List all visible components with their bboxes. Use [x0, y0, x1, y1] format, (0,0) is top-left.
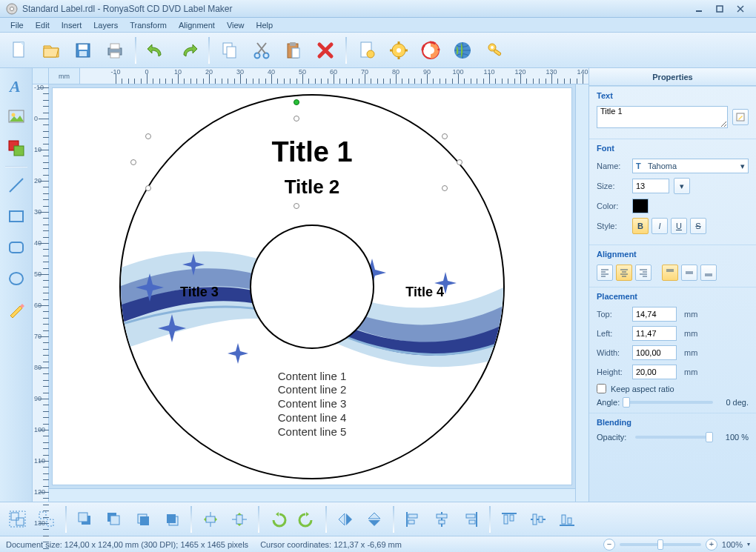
edit-text-button[interactable]	[732, 109, 749, 125]
svg-rect-36	[494, 49, 501, 56]
menu-help[interactable]: Help	[251, 19, 279, 31]
send-back-button[interactable]	[101, 506, 127, 533]
center-h-button[interactable]	[197, 506, 224, 533]
section-blending-header: Blending	[589, 413, 756, 430]
left-input[interactable]	[632, 326, 677, 341]
align-left-button[interactable]	[597, 265, 613, 281]
text-value-input[interactable]: Title 1	[597, 106, 728, 128]
italic-button[interactable]: I	[651, 218, 668, 234]
scrollbar-vertical[interactable]	[575, 84, 588, 502]
disc-title-3[interactable]: Title 3	[180, 285, 219, 300]
align-center-button[interactable]	[616, 265, 632, 281]
menu-transform[interactable]: Transform	[124, 19, 173, 31]
scrollbar-horizontal[interactable]	[49, 488, 575, 502]
paste-button[interactable]	[279, 36, 308, 65]
line-tool[interactable]	[3, 172, 30, 199]
opacity-slider[interactable]	[635, 436, 713, 439]
font-size-input[interactable]	[632, 179, 669, 193]
svg-rect-67	[16, 518, 24, 525]
image-tool[interactable]	[3, 104, 30, 130]
help-button[interactable]	[416, 36, 445, 65]
strikethrough-button[interactable]: S	[690, 218, 706, 234]
svg-rect-97	[539, 516, 543, 522]
center-v-button[interactable]	[226, 506, 253, 533]
align-right-button[interactable]	[635, 265, 651, 281]
print-button[interactable]	[100, 36, 130, 65]
copy-button[interactable]	[215, 36, 245, 65]
send-backward-button[interactable]	[159, 506, 185, 533]
open-button[interactable]	[36, 36, 66, 65]
main-toolbar	[0, 33, 756, 68]
new-button[interactable]	[4, 36, 34, 65]
valign-bottom-button[interactable]	[700, 265, 717, 281]
ellipse-tool[interactable]	[3, 265, 30, 292]
keep-aspect-checkbox[interactable]	[597, 384, 606, 393]
minimize-button[interactable]	[689, 3, 709, 15]
svg-rect-15	[227, 47, 236, 58]
font-name-select[interactable]: TTahoma▾	[632, 159, 749, 173]
properties-title: Properties	[589, 68, 756, 86]
disc-label[interactable]: Title 1 Title 2 Title 3 Title 4 Content …	[119, 94, 505, 479]
disc-center-hole	[250, 225, 374, 349]
top-input[interactable]	[632, 307, 677, 322]
flip-h-button[interactable]	[332, 506, 359, 533]
canvas[interactable]: Title 1 Title 2 Title 3 Title 4 Content …	[52, 87, 572, 485]
menu-insert[interactable]: Insert	[56, 19, 88, 31]
align-top-edge-button[interactable]	[496, 506, 523, 533]
save-button[interactable]	[68, 36, 98, 65]
delete-button[interactable]	[311, 36, 340, 65]
underline-button[interactable]: U	[671, 218, 687, 234]
font-color-swatch[interactable]	[632, 199, 649, 213]
align-bottom-edge-button[interactable]	[554, 506, 580, 533]
svg-rect-87	[437, 514, 447, 518]
rotate-left-button[interactable]	[265, 506, 291, 533]
align-right-edge-button[interactable]	[457, 506, 484, 533]
clipart-tool[interactable]	[3, 135, 30, 162]
rotate-right-button[interactable]	[294, 506, 320, 533]
rotation-handle[interactable]	[294, 99, 299, 105]
rectangle-tool[interactable]	[3, 203, 30, 230]
bring-front-button[interactable]	[72, 506, 99, 533]
group-button[interactable]	[4, 506, 31, 533]
svg-rect-41	[14, 146, 24, 156]
menu-layers[interactable]: Layers	[87, 19, 124, 31]
menu-edit[interactable]: Edit	[30, 19, 56, 31]
settings-button[interactable]	[384, 36, 414, 65]
disc-title-4[interactable]: Title 4	[405, 285, 444, 300]
disc-content[interactable]: Content line 1Content line 2Content line…	[121, 370, 503, 439]
svg-rect-91	[469, 520, 475, 524]
zoom-in-button[interactable]: +	[706, 539, 717, 551]
redo-button[interactable]	[173, 36, 203, 65]
text-tool[interactable]: A	[3, 73, 30, 99]
height-input[interactable]	[632, 365, 677, 379]
valign-middle-button[interactable]	[681, 265, 697, 281]
align-h-center-button[interactable]	[428, 506, 455, 533]
menu-file[interactable]: File	[4, 19, 30, 31]
svg-point-16	[255, 53, 260, 58]
section-alignment-header: Alignment	[589, 245, 756, 262]
zoom-out-button[interactable]: −	[603, 539, 615, 551]
freehand-tool[interactable]	[3, 296, 30, 323]
bold-button[interactable]: B	[632, 218, 649, 234]
align-left-edge-button[interactable]	[399, 506, 426, 533]
svg-rect-78	[167, 514, 176, 523]
font-size-dropdown[interactable]: ▾	[674, 178, 690, 194]
register-button[interactable]	[480, 36, 509, 65]
flip-v-button[interactable]	[361, 506, 388, 533]
width-input[interactable]	[632, 345, 677, 360]
page-setup-button[interactable]	[352, 36, 382, 65]
angle-slider[interactable]	[623, 401, 713, 404]
zoom-slider[interactable]	[620, 543, 701, 546]
cut-button[interactable]	[247, 36, 276, 65]
valign-top-button[interactable]	[662, 265, 678, 281]
disc-title-1[interactable]: Title 1	[121, 136, 503, 168]
close-button[interactable]	[731, 3, 750, 15]
web-button[interactable]	[448, 36, 477, 65]
menu-view[interactable]: View	[221, 19, 251, 31]
undo-button[interactable]	[142, 36, 171, 65]
maximize-button[interactable]	[710, 3, 729, 15]
menu-alignment[interactable]: Alignment	[173, 19, 221, 31]
bring-forward-button[interactable]	[130, 506, 156, 533]
align-v-center-button[interactable]	[525, 506, 551, 533]
rounded-rect-tool[interactable]	[3, 234, 30, 261]
